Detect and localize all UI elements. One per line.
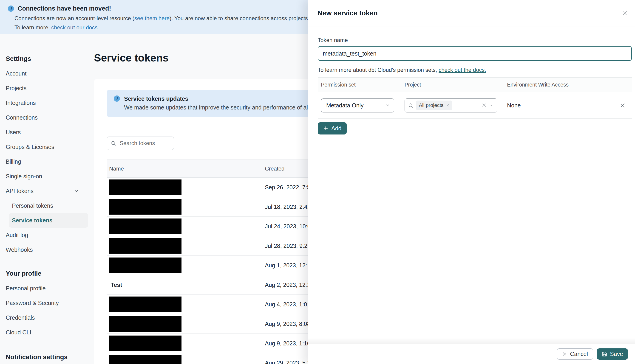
sidebar-item-api-tokens[interactable]: API tokens — [6, 184, 92, 198]
redacted-name — [109, 355, 181, 364]
banner-text: Connections are now an account-level res… — [15, 15, 134, 21]
settings-sidebar: Settings Account Projects Integrations C… — [0, 34, 92, 364]
sidebar-item-audit-log[interactable]: Audit log — [6, 228, 92, 242]
cancel-button[interactable]: Cancel — [557, 348, 593, 360]
sidebar-item-personal-tokens[interactable]: Personal tokens — [9, 198, 92, 213]
clear-selection-icon[interactable] — [482, 103, 487, 108]
add-permission-button[interactable]: Add — [318, 122, 347, 134]
search-icon — [111, 140, 116, 146]
permission-row: Metadata Only All projects — [318, 92, 632, 119]
sidebar-item-single-sign-on[interactable]: Single sign-on — [6, 169, 92, 184]
redacted-name — [109, 258, 181, 273]
check-out-the-docs-link[interactable]: check out the docs. — [439, 67, 486, 73]
sidebar-item-service-tokens[interactable]: Service tokens — [9, 213, 88, 228]
search-icon — [408, 103, 413, 108]
permission-docs-line: To learn more about dbt Cloud's permissi… — [318, 67, 632, 73]
see-them-here-link[interactable]: see them here — [134, 15, 170, 21]
sidebar-item-personal-profile[interactable]: Personal profile — [6, 281, 92, 296]
remove-row-button[interactable] — [619, 102, 626, 109]
redacted-name — [109, 199, 181, 214]
chevron-down-icon — [385, 103, 390, 108]
sidebar-heading-settings: Settings — [6, 54, 92, 63]
panel-title: New service token — [317, 9, 378, 17]
search-tokens-input[interactable] — [119, 140, 170, 147]
sidebar-item-integrations[interactable]: Integrations — [6, 96, 92, 110]
permission-set-select[interactable]: Metadata Only — [321, 98, 394, 112]
banner-title: Connections have been moved! — [18, 5, 111, 12]
redacted-name — [109, 218, 181, 234]
redacted-name — [109, 316, 181, 332]
redacted-name — [109, 336, 181, 351]
plus-icon — [323, 126, 328, 131]
environment-write-access-value: None — [507, 102, 521, 108]
token-name-label: Token name — [318, 37, 632, 44]
sidebar-heading-notification-settings: Notification settings — [6, 352, 92, 362]
docs-text: To learn more about dbt Cloud's permissi… — [318, 67, 439, 73]
check-out-our-docs-link[interactable]: check out our docs. — [51, 24, 99, 30]
sidebar-item-password-security[interactable]: Password & Security — [6, 296, 92, 310]
save-button[interactable]: Save — [597, 348, 628, 360]
panel-header: New service token — [308, 0, 635, 26]
token-name: Test — [109, 282, 122, 288]
save-button-label: Save — [610, 351, 623, 357]
sidebar-heading-your-profile: Your profile — [6, 269, 92, 278]
save-floppy-icon — [602, 352, 607, 357]
info-icon: i — [114, 96, 120, 102]
permissions-table: Permission set Project Environment Write… — [318, 77, 632, 119]
cancel-x-icon — [562, 352, 567, 356]
project-chip-label: All projects — [419, 102, 444, 108]
project-chip: All projects — [416, 100, 452, 110]
sidebar-item-cloud-cli[interactable]: Cloud CLI — [6, 325, 92, 340]
sidebar-item-users[interactable]: Users — [6, 125, 92, 140]
permission-set-value: Metadata Only — [326, 102, 364, 109]
add-button-label: Add — [331, 125, 341, 132]
sidebar-item-label: API tokens — [6, 188, 34, 194]
panel-footer: Cancel Save — [308, 344, 635, 364]
redacted-name — [109, 180, 181, 195]
column-header-permission-set: Permission set — [318, 82, 401, 88]
new-service-token-panel: New service token Token name To learn mo… — [308, 0, 635, 364]
chevron-down-icon — [74, 188, 79, 194]
sidebar-item-account[interactable]: Account — [6, 66, 92, 81]
close-panel-button[interactable] — [620, 9, 629, 18]
chevron-down-icon[interactable] — [489, 103, 493, 108]
sidebar-item-credentials[interactable]: Credentials — [6, 310, 92, 325]
redacted-name — [109, 238, 181, 254]
close-icon — [621, 10, 628, 16]
remove-row-icon — [620, 102, 625, 108]
column-header-environment-write-access: Environment Write Access — [504, 82, 619, 88]
permissions-table-header: Permission set Project Environment Write… — [318, 77, 632, 92]
sidebar-item-groups-licenses[interactable]: Groups & Licenses — [6, 140, 92, 154]
column-header-project: Project — [401, 82, 504, 88]
sidebar-item-projects[interactable]: Projects — [6, 81, 92, 96]
cancel-button-label: Cancel — [570, 351, 588, 357]
banner-text: To learn more, — [15, 24, 51, 30]
redacted-name — [109, 296, 181, 312]
chip-remove-icon[interactable] — [446, 104, 449, 107]
project-multiselect[interactable]: All projects — [405, 98, 497, 112]
sidebar-item-connections[interactable]: Connections — [6, 110, 92, 125]
search-tokens-box — [107, 136, 174, 150]
column-header-name: Name — [109, 166, 265, 172]
token-name-input[interactable] — [318, 46, 632, 61]
sidebar-item-billing[interactable]: Billing — [6, 154, 92, 169]
sidebar-item-webhooks[interactable]: Webhooks — [6, 242, 92, 257]
info-icon: i — [8, 6, 14, 12]
